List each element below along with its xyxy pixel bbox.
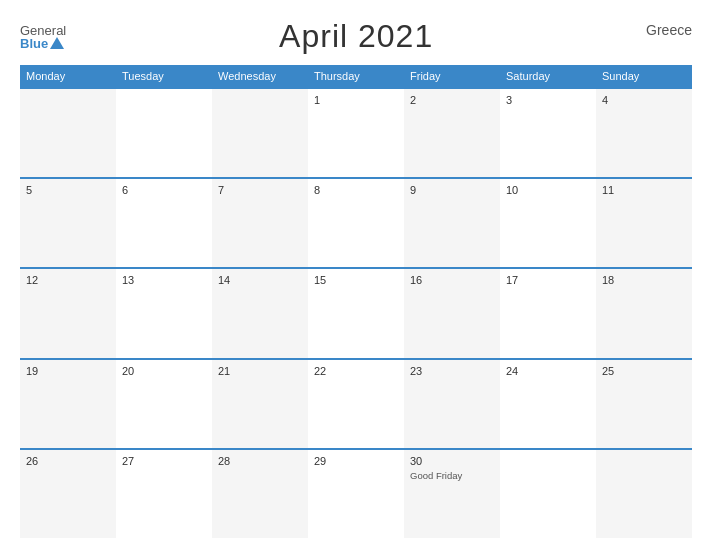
week-row: 12 13 14 15 16 17 18 [20,267,692,357]
col-header-wednesday: Wednesday [212,65,308,87]
day-cell: 5 [20,179,116,267]
day-cell: 28 [212,450,308,538]
day-cell: 14 [212,269,308,357]
day-cell: 10 [500,179,596,267]
week-row: 5 6 7 8 9 10 11 [20,177,692,267]
week-row: 26 27 28 29 30 Good Friday [20,448,692,538]
day-cell: 1 [308,89,404,177]
day-cell: 25 [596,360,692,448]
day-cell: 8 [308,179,404,267]
logo-general-text: General [20,24,66,37]
day-cell: 21 [212,360,308,448]
logo-blue-text: Blue [20,37,64,50]
col-header-tuesday: Tuesday [116,65,212,87]
day-cell: 17 [500,269,596,357]
day-cell: 26 [20,450,116,538]
day-cell [116,89,212,177]
day-cell [500,450,596,538]
col-header-friday: Friday [404,65,500,87]
day-cell: 24 [500,360,596,448]
event-label: Good Friday [410,470,462,481]
country-label: Greece [646,22,692,38]
day-cell-good-friday: 30 Good Friday [404,450,500,538]
calendar: Monday Tuesday Wednesday Thursday Friday… [20,65,692,538]
day-cell [212,89,308,177]
week-row: 19 20 21 22 23 24 25 [20,358,692,448]
day-cell: 29 [308,450,404,538]
day-cell: 13 [116,269,212,357]
calendar-page: General Blue April 2021 Greece Monday Tu… [0,0,712,550]
day-cell: 9 [404,179,500,267]
month-title: April 2021 [279,18,433,55]
col-header-saturday: Saturday [500,65,596,87]
page-header: General Blue April 2021 Greece [20,18,692,55]
day-cell: 23 [404,360,500,448]
logo: General Blue [20,24,66,50]
day-cell: 16 [404,269,500,357]
day-cell: 19 [20,360,116,448]
week-row: 1 2 3 4 [20,87,692,177]
logo-triangle-icon [50,37,64,49]
day-cell: 20 [116,360,212,448]
day-cell: 12 [20,269,116,357]
day-cell: 18 [596,269,692,357]
day-cell: 7 [212,179,308,267]
calendar-body: 1 2 3 4 5 6 7 8 9 10 11 12 13 14 15 [20,87,692,538]
day-cell: 3 [500,89,596,177]
day-cell: 15 [308,269,404,357]
day-cell: 2 [404,89,500,177]
day-cell: 27 [116,450,212,538]
col-header-sunday: Sunday [596,65,692,87]
day-cell: 22 [308,360,404,448]
day-cell: 4 [596,89,692,177]
day-cell [596,450,692,538]
calendar-header: Monday Tuesday Wednesday Thursday Friday… [20,65,692,87]
day-cell [20,89,116,177]
day-cell: 11 [596,179,692,267]
col-header-monday: Monday [20,65,116,87]
col-header-thursday: Thursday [308,65,404,87]
day-cell: 6 [116,179,212,267]
